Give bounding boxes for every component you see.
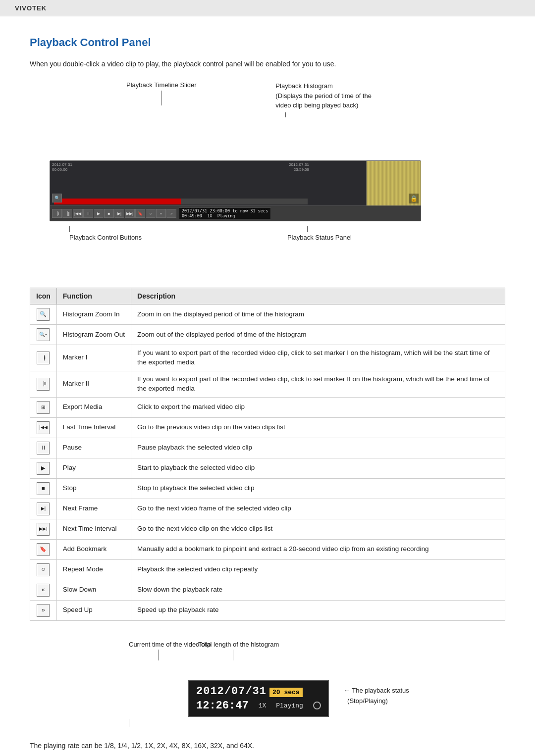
table-row: ▶ Play Start to playback the selected vi… [30, 458, 505, 478]
status-row1: 2012/07/31 20 secs [196, 685, 321, 698]
lock-icon: 🔒 [409, 194, 419, 203]
table-row: ⊞ Export Media Click to export the marke… [30, 397, 505, 417]
status-date: 2012/07/31 [196, 685, 267, 698]
timestamp-left: 2012-07-3100:00:00 [52, 162, 72, 173]
table-row: ▶▶| Next Time Interval Go to the next vi… [30, 519, 505, 539]
table-row: 🔍− Histogram Zoom Out Zoom out of the di… [30, 325, 505, 345]
ctrl-stop[interactable]: ■ [104, 209, 114, 218]
desc-export: Click to export the marked video clip [131, 397, 505, 417]
table-header-description: Description [131, 288, 505, 304]
icon-play: ▶ [37, 462, 50, 475]
callout-histogram-label: Playback Histogram(Displays the period o… [275, 81, 372, 117]
table-row: » Speed Up Speed up the playback rate [30, 600, 505, 620]
status-panel-mockup: 2012/07/31 20 secs 12:26:47 1X Playing [188, 680, 329, 717]
timeline-track [54, 199, 308, 204]
player-controls-row: ▕I ▕‖ |◀◀ ⏸ ▶ ■ ▶| ▶▶| 🔖 ○ « » 2012/07/3… [50, 205, 421, 221]
icon-cell-speed: » [30, 600, 57, 620]
histogram-panel: 🔒 [366, 161, 421, 205]
desc-stop: Stop to playback the selected video clip [131, 478, 505, 499]
icon-prev-interval: |◀◀ [37, 421, 50, 434]
player-video-area: 2012-07-3100:00:00 2012-07-3123:59:59 🔍 … [50, 161, 421, 205]
ctrl-next-interval[interactable]: ▶▶| [125, 209, 135, 218]
table-row: ■ Stop Stop to playback the selected vid… [30, 478, 505, 499]
icon-cell-marker1: ▕I [30, 345, 57, 371]
func-speed: Speed Up [56, 600, 131, 620]
icon-speed: » [37, 604, 50, 617]
table-row: ⏸ Pause Pause playback the selected vide… [30, 438, 505, 458]
desc-play: Start to playback the selected video cli… [131, 458, 505, 478]
icon-cell-export: ⊞ [30, 397, 57, 417]
ctrl-bookmark[interactable]: 🔖 [135, 209, 145, 218]
status-playing: Playing [276, 702, 303, 709]
status-rate: 1X [259, 702, 267, 709]
desc-zoom-in: Zoom in on the displayed period of time … [131, 304, 505, 325]
callout-labels-top: Playback Timeline Slider Playback Histog… [50, 81, 421, 121]
callout-status-panel-label: Playback Status Panel [287, 226, 352, 241]
status-stop-circle-icon [313, 702, 321, 709]
callout-timeline-label: Playback Timeline Slider [126, 81, 197, 105]
desc-prev-interval: Go to the previous video clip on the vid… [131, 417, 505, 438]
icon-cell-next-frame: ▶| [30, 499, 57, 519]
page-title: Playback Control Panel [30, 36, 505, 49]
icon-cell-play: ▶ [30, 458, 57, 478]
icon-cell-repeat: ○ [30, 559, 57, 580]
icon-bookmark: 🔖 [37, 543, 50, 556]
icon-cell-bookmark: 🔖 [30, 539, 57, 559]
status-right-label: ← The playback status (Stop/Playing) [344, 686, 409, 706]
icon-cell-marker2: ▕II [30, 371, 57, 397]
ctrl-next-frame[interactable]: ▶| [114, 209, 124, 218]
icon-cell-zoom-out: 🔍− [30, 325, 57, 345]
ctrl-slow[interactable]: « [156, 209, 166, 218]
ctrl-fast[interactable]: » [166, 209, 176, 218]
icon-pause: ⏸ [37, 442, 50, 454]
func-zoom-in: Histogram Zoom In [56, 304, 131, 325]
zoom-in-icon-player[interactable]: 🔍 [52, 193, 62, 202]
arrow-current-time [129, 719, 129, 727]
desc-bookmark: Manually add a bookmark to pinpoint and … [131, 539, 505, 559]
timestamp-right: 2012-07-3123:59:59 [289, 162, 309, 173]
desc-marker1: If you want to export part of the record… [131, 345, 505, 371]
table-row: ▕I Marker I If you want to export part o… [30, 345, 505, 371]
icon-marker1: ▕I [37, 352, 50, 364]
func-marker2: Marker II [56, 371, 131, 397]
table-row: 🔖 Add Bookmark Manually add a bookmark t… [30, 539, 505, 559]
desc-pause: Pause playback the selected video clip [131, 438, 505, 458]
status-row2: 12:26:47 1X Playing [196, 700, 321, 712]
top-bar: VIVOTEK [0, 0, 535, 16]
table-row: ▶| Next Frame Go to the next video frame… [30, 499, 505, 519]
ctrl-play[interactable]: ▶ [94, 209, 104, 218]
func-pause: Pause [56, 438, 131, 458]
icon-next-interval: ▶▶| [37, 523, 50, 536]
ctrl-marker1[interactable]: ▕I [52, 209, 62, 218]
ctrl-pause[interactable]: ⏸ [83, 209, 93, 218]
icon-zoom-in: 🔍 [37, 308, 50, 321]
status-bottom-arrows [129, 719, 505, 727]
icon-zoom-out: 🔍− [37, 328, 50, 341]
table-header-function: Function [56, 288, 131, 304]
func-next-interval: Next Time Interval [56, 519, 131, 539]
desc-repeat: Playback the selected video clip repeatl… [131, 559, 505, 580]
brand-label: VIVOTEK [15, 4, 47, 12]
func-prev-interval: Last Time Interval [56, 417, 131, 438]
status-panel-wrapper: 2012/07/31 20 secs 12:26:47 1X Playing ←… [99, 675, 505, 717]
desc-slow: Slow down the playback rate [131, 580, 505, 600]
icon-export: ⊞ [37, 401, 50, 414]
icon-cell-prev-interval: |◀◀ [30, 417, 57, 438]
func-zoom-out: Histogram Zoom Out [56, 325, 131, 345]
table-row: « Slow Down Slow down the playback rate [30, 580, 505, 600]
desc-marker2: If you want to export part of the record… [131, 371, 505, 397]
icon-next-frame: ▶| [37, 503, 50, 515]
diagram-section: Playback Timeline Slider Playback Histog… [50, 81, 421, 248]
icon-cell-slow: « [30, 580, 57, 600]
func-next-frame: Next Frame [56, 499, 131, 519]
status-time: 12:26:47 [196, 700, 249, 712]
ctrl-prev-interval[interactable]: |◀◀ [73, 209, 83, 218]
ctrl-repeat[interactable]: ○ [146, 209, 156, 218]
ctrl-marker2[interactable]: ▕‖ [62, 209, 72, 218]
icon-table: Icon Function Description 🔍 Histogram Zo… [30, 288, 505, 621]
callout-control-buttons-label: Playback Control Buttons [69, 226, 142, 241]
icon-marker2: ▕II [37, 378, 50, 391]
timeline-fill [54, 199, 181, 204]
status-section: Current time of the video clip Total len… [30, 641, 505, 727]
func-stop: Stop [56, 478, 131, 499]
